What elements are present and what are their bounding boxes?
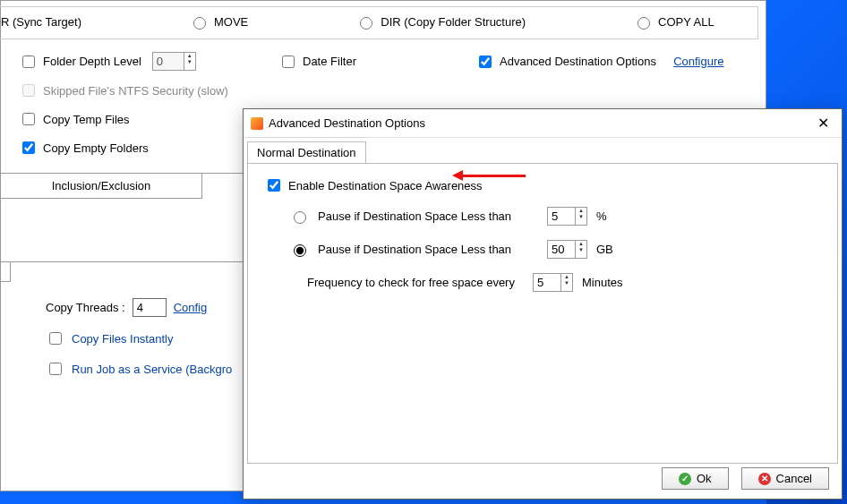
enable-space-checkbox[interactable]: [268, 179, 280, 192]
copy-temp-checkbox[interactable]: [22, 113, 35, 125]
frequency-spinner[interactable]: ▲▼: [533, 273, 573, 292]
date-filter-label: Date Filter: [303, 55, 356, 68]
folder-depth-label: Folder Depth Level: [43, 55, 141, 68]
mode-rror-label: RROR (Sync Target): [0, 15, 81, 29]
pause-gb-row: Pause if Destination Space Less than ▲▼ …: [289, 240, 821, 259]
dialog-button-row: ✓ Ok ✕ Cancel: [662, 467, 829, 490]
arrow-head-icon: [452, 170, 463, 181]
configure-link[interactable]: Configure: [673, 55, 723, 68]
tab-stub: [0, 262, 11, 282]
pause-gb-radio[interactable]: [294, 244, 306, 257]
ok-button[interactable]: ✓ Ok: [662, 467, 729, 490]
adv-dest-checkbox[interactable]: [479, 56, 492, 68]
gb-spinner[interactable]: ▲▼: [547, 240, 587, 259]
date-filter-option[interactable]: Date Filter: [278, 53, 475, 71]
dialog-titlebar: Advanced Destination Options ✕: [244, 109, 842, 138]
cancel-button[interactable]: ✕ Cancel: [741, 467, 829, 490]
ok-label: Ok: [697, 472, 712, 485]
percent-unit: %: [596, 209, 607, 223]
skipped-ntfs-option: Skipped File's NTFS Security (slow): [19, 81, 278, 99]
mode-move[interactable]: MOVE: [189, 14, 248, 30]
pause-gb-label: Pause if Destination Space Less than: [318, 243, 538, 256]
skipped-ntfs-checkbox: [22, 84, 35, 97]
dialog-body: Enable Destination Space Awareness Pause…: [247, 163, 838, 464]
cancel-icon: ✕: [758, 473, 771, 485]
pause-percent-label: Pause if Destination Space Less than: [318, 209, 538, 223]
folder-depth-spinner[interactable]: ▲▼: [152, 52, 196, 71]
pause-percent-radio[interactable]: [294, 211, 306, 224]
run-service-label: Run Job as a Service (Backgro: [72, 363, 232, 376]
frequency-row: Frequency to check for free space every …: [307, 273, 821, 292]
folder-depth-option[interactable]: Folder Depth Level ▲▼: [19, 52, 278, 71]
mode-copyall-radio[interactable]: [637, 17, 650, 30]
skipped-ntfs-label: Skipped File's NTFS Security (slow): [43, 84, 228, 98]
tab-label: Normal Destination: [257, 146, 356, 159]
spinner-buttons[interactable]: ▲▼: [575, 208, 586, 225]
dialog-tabstrip: Normal Destination: [244, 138, 842, 163]
copy-instantly-label: Copy Files Instantly: [72, 332, 173, 346]
percent-spinner[interactable]: ▲▼: [547, 207, 587, 226]
copy-mode-row: RROR (Sync Target) MOVE DIR (Copy Folder…: [0, 6, 758, 39]
adv-dest-option: Advanced Destination Options Configure: [475, 53, 758, 71]
copy-threads-input[interactable]: [133, 298, 167, 317]
mode-dir-label: DIR (Copy Folder Structure): [381, 15, 526, 29]
gb-unit: GB: [596, 243, 613, 256]
mode-move-radio[interactable]: [193, 17, 206, 30]
check-icon: ✓: [679, 473, 691, 485]
date-filter-checkbox[interactable]: [282, 56, 295, 68]
minutes-unit: Minutes: [582, 276, 623, 289]
copy-instantly-checkbox[interactable]: [49, 332, 62, 345]
mode-move-label: MOVE: [214, 15, 248, 29]
copy-threads-config-link[interactable]: Config: [174, 301, 208, 314]
frequency-label: Frequency to check for free space every: [307, 276, 524, 289]
folder-depth-value[interactable]: [153, 53, 184, 70]
mode-rror[interactable]: RROR (Sync Target): [0, 15, 81, 29]
app-icon: [251, 117, 263, 130]
pause-percent-row: Pause if Destination Space Less than ▲▼ …: [289, 207, 821, 226]
copy-temp-label: Copy Temp Files: [43, 113, 130, 126]
copy-empty-option[interactable]: Copy Empty Folders: [19, 139, 278, 157]
inclusion-exclusion-tab[interactable]: Inclusion/Exclusion: [0, 174, 202, 199]
copy-threads-label: Copy Threads :: [46, 301, 125, 314]
enable-space-awareness[interactable]: Enable Destination Space Awareness: [264, 176, 821, 194]
tab-normal-destination[interactable]: Normal Destination: [247, 141, 366, 163]
close-icon[interactable]: ✕: [812, 115, 834, 132]
adv-dest-label: Advanced Destination Options: [500, 55, 656, 68]
mode-dir-radio[interactable]: [360, 17, 372, 30]
run-service-checkbox[interactable]: [49, 363, 62, 375]
mode-copyall-label: COPY ALL: [658, 15, 714, 29]
copy-empty-label: Copy Empty Folders: [43, 141, 149, 155]
cancel-label: Cancel: [776, 472, 812, 485]
spinner-buttons[interactable]: ▲▼: [184, 53, 195, 70]
mode-copyall[interactable]: COPY ALL: [633, 14, 714, 30]
annotation-arrow: [452, 170, 526, 181]
percent-value[interactable]: [548, 208, 575, 225]
spinner-buttons[interactable]: ▲▼: [575, 241, 586, 258]
adv-dest-dialog: Advanced Destination Options ✕ Normal De…: [243, 108, 843, 500]
spinner-buttons[interactable]: ▲▼: [560, 274, 572, 291]
copy-empty-checkbox[interactable]: [22, 141, 35, 154]
dialog-title-text: Advanced Destination Options: [269, 116, 425, 130]
copy-temp-option[interactable]: Copy Temp Files: [19, 110, 278, 128]
folder-depth-checkbox[interactable]: [22, 56, 35, 68]
inclusion-exclusion-label: Inclusion/Exclusion: [52, 179, 151, 192]
frequency-value[interactable]: [534, 274, 560, 291]
mode-dir[interactable]: DIR (Copy Folder Structure): [355, 14, 526, 30]
gb-value[interactable]: [548, 241, 575, 258]
